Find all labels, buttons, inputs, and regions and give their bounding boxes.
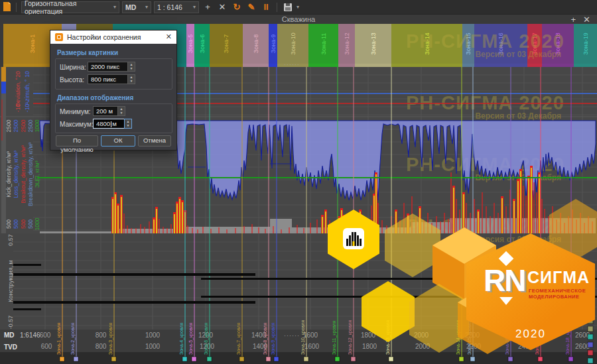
zone-label: Зона-19 — [582, 32, 589, 54]
zone-marker-square — [60, 357, 64, 361]
width-label: Ширина: — [60, 64, 86, 71]
zone-label: Зона-6 — [199, 34, 206, 53]
min-label: Минимум: — [60, 108, 91, 115]
add-button[interactable]: + — [202, 1, 214, 13]
chevron-down-icon: ▾ — [145, 4, 148, 10]
zone-marker-square — [588, 350, 593, 355]
toolbar: Горизонтальная ориентация ▾ MD ▾ 1 : 614… — [0, 0, 597, 15]
casing-bar — [13, 308, 41, 310]
dialog-title: Настройки сохранения — [67, 33, 141, 41]
remove-button[interactable]: ✕ — [216, 1, 228, 13]
height-spinner[interactable]: ▲▼ — [127, 74, 135, 84]
default-button[interactable]: По умолчанию — [56, 135, 98, 147]
casing-bar — [13, 273, 255, 276]
zone-marker-square — [266, 357, 271, 361]
ok-button[interactable]: ОК — [101, 135, 135, 147]
zone-marker-square — [274, 357, 279, 361]
save-settings-dialog: Настройки сохранения ✕ Размеры картинки … — [50, 30, 177, 151]
casing-bar — [201, 296, 597, 298]
zone-label: Зона-5 — [187, 34, 194, 53]
zone-marker-square — [508, 357, 513, 361]
window-title: Скважина — [0, 15, 597, 23]
casing-bar — [13, 264, 41, 266]
scale-combo[interactable]: 1 : 6146 ▾ — [154, 1, 199, 13]
max-spinner[interactable]: ▲▼ — [124, 119, 132, 129]
cancel-button[interactable]: Отмена — [138, 135, 171, 147]
splitter-dots[interactable]: ······ — [284, 63, 300, 66]
zone-label: Зона-16 — [498, 32, 504, 54]
toolbar-separator — [277, 3, 277, 12]
app-window: Горизонтальная ориентация ▾ MD ▾ 1 : 614… — [0, 0, 597, 364]
chevron-down-icon: ▾ — [193, 4, 196, 10]
min-field[interactable]: 200 м — [93, 106, 119, 116]
zone-label: Зона-18 — [555, 32, 561, 54]
refresh-orientation-icon[interactable]: ↻ — [231, 1, 243, 13]
zone-marker-square — [588, 358, 593, 363]
zone-marker-square — [351, 357, 356, 361]
zone-marker-square — [588, 334, 593, 339]
zone-marker-square — [389, 357, 393, 361]
scale-value: 1 : 6146 — [157, 3, 190, 11]
window-close-button[interactable]: ✕ — [583, 15, 590, 25]
window-add-button[interactable]: + — [570, 15, 576, 25]
height-label: Высота: — [60, 76, 84, 84]
floppy-disk-icon — [284, 3, 292, 11]
section-display-range: Диапазон отображения — [57, 94, 133, 101]
zone-marker-square — [207, 357, 212, 361]
zone-label: Зона-10 — [290, 32, 297, 54]
zone-marker-square — [459, 357, 464, 361]
width-field[interactable]: 2000 пикс — [88, 62, 129, 72]
chevron-down-icon: ▾ — [113, 4, 116, 10]
app-icon — [55, 33, 63, 41]
chevron-down-icon[interactable]: ▾ — [297, 4, 299, 10]
max-label: Максимум: — [60, 121, 94, 128]
casing-bars — [0, 233, 597, 330]
orientation-dropdown[interactable]: Горизонтальная ориентация ▾ — [21, 1, 119, 13]
track-spacing-icon[interactable]: ΙΙ — [260, 1, 272, 13]
orientation-label: Горизонтальная ориентация — [25, 0, 110, 15]
zone-label: Зона-9 — [270, 34, 277, 53]
zone-marker-square — [470, 357, 475, 361]
min-spinner[interactable]: ▲▼ — [117, 106, 125, 116]
zone-label: Зона-11 — [320, 33, 327, 55]
zone-label: Зона-17 — [531, 32, 538, 54]
zone-marker-square — [239, 357, 244, 361]
zone-marker-square — [335, 357, 340, 361]
zone-label: Зона-15 — [465, 32, 472, 54]
zone-marker-square — [74, 357, 78, 361]
zone-label: Зона-7 — [223, 34, 230, 53]
depth-mode-dropdown[interactable]: MD ▾ — [122, 1, 151, 13]
dialog-close-icon[interactable]: ✕ — [166, 32, 172, 41]
zone-label: Зона-12 — [344, 32, 350, 54]
text-cursor — [111, 121, 111, 127]
height-field[interactable]: 800 пикс — [88, 74, 129, 84]
max-field[interactable]: 4800м — [93, 119, 126, 129]
section-image-sizes: Размеры картинки — [57, 49, 118, 56]
zone-label: Зона-1 — [29, 34, 36, 53]
zone-marker-square — [538, 357, 543, 361]
zone-marker-square — [568, 357, 573, 361]
zone-marker-square — [111, 357, 116, 361]
dialog-titlebar[interactable]: Настройки сохранения ✕ — [50, 30, 176, 44]
zone-marker-square — [304, 357, 308, 361]
save-button[interactable] — [282, 1, 294, 13]
casing-bar — [13, 301, 255, 304]
zone-label: Зона-14 — [424, 32, 431, 54]
casing-bar — [201, 278, 597, 280]
file-icon — [3, 2, 11, 12]
zone-label: Зона-8 — [253, 34, 259, 53]
toolbar-separator — [16, 3, 17, 12]
edit-pencil-icon[interactable]: ✎ — [245, 1, 257, 13]
width-spinner[interactable]: ▲▼ — [127, 62, 135, 72]
well-window-header: Скважина + ✕ — [0, 15, 597, 25]
zone-marker-square — [588, 342, 593, 347]
zone-marker-square — [192, 357, 196, 361]
depth-mode-label: MD — [125, 3, 142, 11]
splitter-dots[interactable]: ······ — [284, 334, 300, 337]
zone-marker-square — [182, 357, 187, 361]
zone-label: Зона-13 — [370, 32, 377, 54]
